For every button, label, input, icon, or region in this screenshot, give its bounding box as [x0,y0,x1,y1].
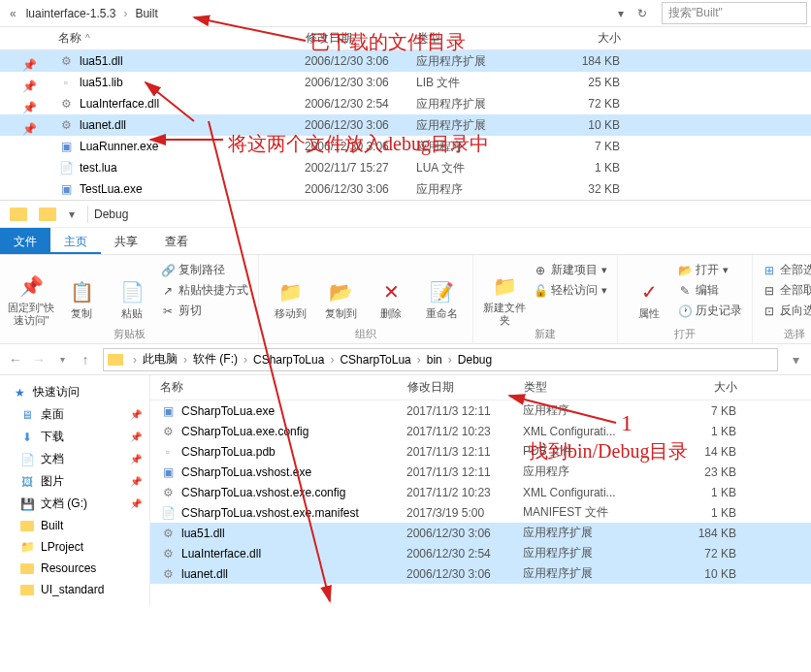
bc-item-1[interactable]: luainterface-1.5.3 [22,5,120,22]
properties-icon: ✓ [635,278,663,305]
recent-button[interactable]: ▾ [50,348,74,371]
file-size: 184 KB [668,527,736,540]
bc-item-2[interactable]: Built [131,5,161,22]
file-row[interactable]: ▫lua51.lib2006/12/30 3:06LIB 文件25 KB [0,72,811,93]
file-row[interactable]: ⚙LuaInterface.dll2006/12/30 2:54应用程序扩展72… [0,93,811,114]
address-bar[interactable]: › 此电脑 › 软件 (F:) › CSharpToLua › CSharpTo… [103,348,778,371]
dll-icon: ⚙ [58,53,74,69]
tab-view[interactable]: 查看 [151,228,202,254]
file-row[interactable]: ⚙CSharpToLua.exe.config2017/11/2 10:23XM… [150,421,811,441]
addr-seg[interactable]: CSharpToLua [338,353,412,367]
file-row[interactable]: ⚙luanet.dll2006/12/30 3:06应用程序扩展10 KB [0,114,811,136]
new-item-icon: ⊕ [534,264,547,277]
pin-icon[interactable]: 📌 [15,80,44,93]
bc-sep: › [119,7,131,20]
file-row[interactable]: ▣TestLua.exe2006/12/30 3:06应用程序32 KB [0,178,811,200]
sidebar-built[interactable]: Built [0,515,149,536]
pin-icon[interactable]: 📌 [15,122,44,136]
col-name[interactable]: 名称 [160,379,407,396]
sidebar: ★快速访问 🖥桌面📌 ⬇下载📌 📄文档📌 🖼图片📌 💾文档 (G:)📌 Buil… [0,375,150,606]
col-size[interactable]: 大小 [543,30,621,47]
open-icon: 📂 [678,264,692,277]
cut-button[interactable]: ✂剪切 [159,302,250,320]
invert-button[interactable]: ⊡反向选择 [761,302,811,320]
file-name: LuaRunner.exe [80,140,305,153]
addr-seg[interactable]: bin [425,353,444,367]
file-row[interactable]: ▣LuaRunner.exe2006/12/30 3:06应用程序7 KB [0,136,811,157]
selectnone-icon: ⊟ [762,284,776,298]
col-date[interactable]: 修改日期 [407,379,524,396]
file-date: 2006/12/30 2:54 [305,97,416,111]
forward-button[interactable]: → [27,348,50,371]
select-none-button[interactable]: ⊟全部取消 [761,281,811,300]
tab-file[interactable]: 文件 [0,228,50,254]
column-headers-top: 名称^ 修改日期 类型 大小 [0,27,811,50]
file-row[interactable]: 📄test.lua2002/11/7 15:27LUA 文件1 KB [0,157,811,178]
down-icon[interactable]: ▾ [62,205,81,224]
file-row[interactable]: ⚙CSharpToLua.vshost.exe.config2017/11/2 … [150,482,811,502]
move-icon: 📁 [276,278,304,305]
file-row[interactable]: 📄CSharpToLua.vshost.exe.manifest2017/3/1… [150,502,811,523]
file-row[interactable]: ▣CSharpToLua.exe2017/11/3 12:11应用程序7 KB [150,400,811,421]
file-type: 应用程序 [416,139,542,155]
config-icon: ⚙ [160,424,176,439]
sort-arrow-icon: ^ [85,33,90,44]
up-button[interactable]: ↑ [74,348,97,371]
file-name: CSharpToLua.vshost.exe.manifest [181,506,406,520]
pin-icon[interactable]: 📌 [15,58,44,72]
addr-seg[interactable]: 软件 (F:) [191,351,240,368]
sidebar-desktop[interactable]: 🖥桌面📌 [0,403,149,426]
col-type[interactable]: 类型 [417,30,543,47]
col-name[interactable]: 名称^ [58,30,306,47]
bc-chevron[interactable]: « [4,7,22,20]
col-size[interactable]: 大小 [669,379,737,396]
sidebar-resources[interactable]: Resources [0,558,149,579]
addr-seg[interactable]: Debug [456,353,494,367]
file-row[interactable]: ⚙luanet.dll2006/12/30 3:06应用程序扩展10 KB [150,563,811,584]
file-row[interactable]: ⚙LuaInterface.dll2006/12/30 2:54应用程序扩展72… [150,543,811,563]
file-type: LIB 文件 [416,75,542,91]
copy-path-button[interactable]: 🔗复制路径 [159,261,250,279]
paste-shortcut-button[interactable]: ↗粘贴快捷方式 [159,281,250,300]
exe-icon: ▣ [58,139,74,154]
sidebar-pictures[interactable]: 🖼图片📌 [0,470,149,493]
sidebar-downloads[interactable]: ⬇下载📌 [0,426,149,448]
sidebar-quick-access[interactable]: ★快速访问 [0,381,149,403]
edit-button[interactable]: ✎编辑 [676,281,744,300]
sidebar-lproject[interactable]: 📁LProject [0,536,149,558]
file-size: 1 KB [668,425,736,438]
dropdown-icon[interactable]: ▾ [784,348,807,371]
select-all-button[interactable]: ⊞全部选择 [761,261,811,279]
col-type[interactable]: 类型 [524,379,669,396]
search-input[interactable]: 搜索"Built" [662,2,807,24]
folder-icon [108,354,123,366]
file-row[interactable]: ▣CSharpToLua.vshost.exe2017/11/3 12:11应用… [150,462,811,482]
dropdown-icon[interactable]: ▾ [611,4,631,23]
sidebar-docs-g[interactable]: 💾文档 (G:)📌 [0,493,149,515]
file-list-top: ⚙lua51.dll2006/12/30 3:06应用程序扩展184 KB▫lu… [0,50,811,200]
history-button[interactable]: 🕐历史记录 [676,302,744,320]
easy-access-button[interactable]: 🔓轻松访问 ▾ [532,281,609,300]
refresh-icon[interactable]: ↻ [633,4,652,23]
back-button[interactable]: ← [4,348,27,371]
sidebar-ui-standard[interactable]: UI_standard [0,579,149,600]
open-button[interactable]: 📂打开 ▾ [676,261,744,279]
tab-share[interactable]: 共享 [101,228,151,254]
pin-icon[interactable]: 📌 [15,101,44,114]
dll-icon: ⚙ [160,546,176,561]
file-list-bottom: ▣CSharpToLua.exe2017/11/3 12:11应用程序7 KB⚙… [150,400,811,584]
pin-icon: 📌 [130,476,142,487]
tab-home[interactable]: 主页 [50,228,101,254]
col-date[interactable]: 修改日期 [306,30,417,47]
addr-seg[interactable]: CSharpToLua [251,353,326,367]
new-item-button[interactable]: ⊕新建项目 ▾ [532,261,609,279]
group-label: 新建 [473,327,617,341]
file-row[interactable]: ⚙lua51.dll2006/12/30 3:06应用程序扩展184 KB [150,523,811,543]
top-explorer-window: « luainterface-1.5.3 › Built ▾ ↻ 搜索"Buil… [0,0,811,201]
file-row[interactable]: ⚙lua51.dll2006/12/30 3:06应用程序扩展184 KB [0,50,811,72]
paste-icon: 📄 [118,278,146,305]
addr-seg[interactable]: 此电脑 [141,351,179,368]
ribbon-tabs: 文件 主页 共享 查看 [0,228,811,255]
sidebar-documents[interactable]: 📄文档📌 [0,448,149,470]
file-row[interactable]: ▫CSharpToLua.pdb2017/11/3 12:11PDB 文件14 … [150,441,811,462]
